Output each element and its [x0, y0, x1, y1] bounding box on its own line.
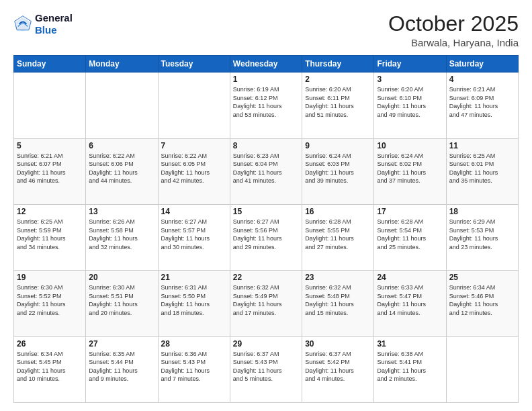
- day-info: Sunrise: 6:23 AM Sunset: 6:04 PM Dayligh…: [233, 152, 299, 185]
- day-info: Sunrise: 6:22 AM Sunset: 6:05 PM Dayligh…: [161, 152, 227, 185]
- day-info: Sunrise: 6:25 AM Sunset: 6:01 PM Dayligh…: [449, 152, 515, 185]
- calendar-cell: 18Sunrise: 6:29 AM Sunset: 5:53 PM Dayli…: [446, 204, 518, 270]
- calendar-week-4: 19Sunrise: 6:30 AM Sunset: 5:52 PM Dayli…: [14, 271, 519, 336]
- calendar-cell: 6Sunrise: 6:22 AM Sunset: 6:06 PM Daylig…: [86, 138, 158, 204]
- location-title: Barwala, Haryana, India: [388, 37, 519, 48]
- day-info: Sunrise: 6:24 AM Sunset: 6:03 PM Dayligh…: [305, 152, 371, 185]
- day-info: Sunrise: 6:25 AM Sunset: 5:59 PM Dayligh…: [17, 218, 83, 251]
- day-info: Sunrise: 6:30 AM Sunset: 5:51 PM Dayligh…: [89, 283, 154, 317]
- calendar-cell: 28Sunrise: 6:36 AM Sunset: 5:43 PM Dayli…: [158, 336, 230, 402]
- day-number: 13: [89, 207, 154, 216]
- calendar-header: SundayMondayTuesdayWednesdayThursdayFrid…: [14, 56, 519, 73]
- calendar-cell: 3Sunrise: 6:20 AM Sunset: 6:10 PM Daylig…: [374, 73, 446, 138]
- calendar-cell: 27Sunrise: 6:35 AM Sunset: 5:44 PM Dayli…: [86, 336, 158, 402]
- day-info: Sunrise: 6:36 AM Sunset: 5:43 PM Dayligh…: [161, 350, 227, 383]
- calendar-cell: 2Sunrise: 6:20 AM Sunset: 6:11 PM Daylig…: [302, 73, 374, 138]
- day-number: 20: [89, 273, 154, 282]
- day-info: Sunrise: 6:28 AM Sunset: 5:55 PM Dayligh…: [305, 218, 371, 251]
- calendar-cell: 7Sunrise: 6:22 AM Sunset: 6:05 PM Daylig…: [158, 138, 230, 204]
- calendar-cell: 26Sunrise: 6:34 AM Sunset: 5:45 PM Dayli…: [14, 336, 86, 402]
- logo: General Blue: [13, 12, 73, 36]
- calendar-cell: 10Sunrise: 6:24 AM Sunset: 6:02 PM Dayli…: [374, 138, 446, 204]
- calendar-cell: 11Sunrise: 6:25 AM Sunset: 6:01 PM Dayli…: [446, 138, 518, 204]
- day-number: 11: [449, 141, 515, 150]
- calendar-cell: [446, 336, 518, 402]
- calendar-cell: 14Sunrise: 6:27 AM Sunset: 5:57 PM Dayli…: [158, 204, 230, 270]
- calendar-cell: 9Sunrise: 6:24 AM Sunset: 6:03 PM Daylig…: [302, 138, 374, 204]
- calendar-cell: 17Sunrise: 6:28 AM Sunset: 5:54 PM Dayli…: [374, 204, 446, 270]
- weekday-header-tuesday: Tuesday: [158, 56, 230, 73]
- day-number: 3: [377, 75, 443, 84]
- calendar-week-5: 26Sunrise: 6:34 AM Sunset: 5:45 PM Dayli…: [14, 336, 519, 402]
- calendar-cell: 15Sunrise: 6:27 AM Sunset: 5:56 PM Dayli…: [230, 204, 302, 270]
- day-info: Sunrise: 6:26 AM Sunset: 5:58 PM Dayligh…: [89, 218, 154, 251]
- calendar-week-2: 5Sunrise: 6:21 AM Sunset: 6:07 PM Daylig…: [14, 138, 519, 204]
- calendar-cell: 25Sunrise: 6:34 AM Sunset: 5:46 PM Dayli…: [446, 271, 518, 336]
- calendar-week-3: 12Sunrise: 6:25 AM Sunset: 5:59 PM Dayli…: [14, 204, 519, 270]
- calendar-cell: [14, 73, 86, 138]
- day-info: Sunrise: 6:21 AM Sunset: 6:07 PM Dayligh…: [17, 152, 83, 185]
- logo-icon: [13, 15, 32, 34]
- header: General Blue October 2025 Barwala, Harya…: [13, 12, 519, 48]
- calendar-cell: 13Sunrise: 6:26 AM Sunset: 5:58 PM Dayli…: [86, 204, 158, 270]
- day-number: 4: [449, 75, 515, 84]
- title-block: October 2025 Barwala, Haryana, India: [388, 12, 519, 48]
- day-number: 9: [305, 141, 371, 150]
- calendar-cell: 1Sunrise: 6:19 AM Sunset: 6:12 PM Daylig…: [230, 73, 302, 138]
- calendar-cell: 31Sunrise: 6:38 AM Sunset: 5:41 PM Dayli…: [374, 336, 446, 402]
- day-number: 29: [233, 339, 299, 349]
- day-number: 16: [305, 207, 371, 216]
- calendar-week-1: 1Sunrise: 6:19 AM Sunset: 6:12 PM Daylig…: [14, 73, 519, 138]
- calendar-table: SundayMondayTuesdayWednesdayThursdayFrid…: [13, 55, 519, 403]
- day-info: Sunrise: 6:38 AM Sunset: 5:41 PM Dayligh…: [377, 350, 443, 383]
- day-number: 5: [17, 141, 83, 150]
- calendar-body: 1Sunrise: 6:19 AM Sunset: 6:12 PM Daylig…: [14, 73, 519, 403]
- day-number: 22: [233, 273, 299, 282]
- weekday-header-sunday: Sunday: [14, 56, 86, 73]
- day-info: Sunrise: 6:34 AM Sunset: 5:46 PM Dayligh…: [449, 283, 515, 317]
- day-info: Sunrise: 6:32 AM Sunset: 5:49 PM Dayligh…: [233, 283, 299, 317]
- day-info: Sunrise: 6:33 AM Sunset: 5:47 PM Dayligh…: [377, 283, 443, 317]
- calendar-cell: 29Sunrise: 6:37 AM Sunset: 5:43 PM Dayli…: [230, 336, 302, 402]
- day-info: Sunrise: 6:31 AM Sunset: 5:50 PM Dayligh…: [161, 283, 227, 317]
- day-number: 23: [305, 273, 371, 282]
- day-number: 31: [377, 339, 443, 349]
- day-info: Sunrise: 6:34 AM Sunset: 5:45 PM Dayligh…: [17, 350, 83, 383]
- calendar-cell: 30Sunrise: 6:37 AM Sunset: 5:42 PM Dayli…: [302, 336, 374, 402]
- day-number: 26: [17, 339, 83, 349]
- day-number: 14: [161, 207, 227, 216]
- day-info: Sunrise: 6:35 AM Sunset: 5:44 PM Dayligh…: [89, 350, 154, 383]
- day-number: 8: [233, 141, 299, 150]
- day-info: Sunrise: 6:37 AM Sunset: 5:42 PM Dayligh…: [305, 350, 371, 383]
- day-info: Sunrise: 6:20 AM Sunset: 6:11 PM Dayligh…: [305, 85, 371, 119]
- weekday-header-friday: Friday: [374, 56, 446, 73]
- calendar-cell: 20Sunrise: 6:30 AM Sunset: 5:51 PM Dayli…: [86, 271, 158, 336]
- day-info: Sunrise: 6:22 AM Sunset: 6:06 PM Dayligh…: [89, 152, 154, 185]
- day-number: 7: [161, 141, 227, 150]
- calendar-cell: 4Sunrise: 6:21 AM Sunset: 6:09 PM Daylig…: [446, 73, 518, 138]
- day-info: Sunrise: 6:27 AM Sunset: 5:56 PM Dayligh…: [233, 218, 299, 251]
- calendar-cell: 24Sunrise: 6:33 AM Sunset: 5:47 PM Dayli…: [374, 271, 446, 336]
- day-info: Sunrise: 6:37 AM Sunset: 5:43 PM Dayligh…: [233, 350, 299, 383]
- logo-line2: Blue: [35, 24, 73, 36]
- calendar-cell: 16Sunrise: 6:28 AM Sunset: 5:55 PM Dayli…: [302, 204, 374, 270]
- day-number: 2: [305, 75, 371, 84]
- day-number: 25: [449, 273, 515, 282]
- day-info: Sunrise: 6:24 AM Sunset: 6:02 PM Dayligh…: [377, 152, 443, 185]
- day-number: 21: [161, 273, 227, 282]
- day-number: 6: [89, 141, 154, 150]
- calendar-cell: 21Sunrise: 6:31 AM Sunset: 5:50 PM Dayli…: [158, 271, 230, 336]
- day-info: Sunrise: 6:29 AM Sunset: 5:53 PM Dayligh…: [449, 218, 515, 251]
- calendar-cell: [86, 73, 158, 138]
- day-number: 19: [17, 273, 83, 282]
- calendar-cell: 12Sunrise: 6:25 AM Sunset: 5:59 PM Dayli…: [14, 204, 86, 270]
- day-number: 27: [89, 339, 154, 349]
- day-info: Sunrise: 6:32 AM Sunset: 5:48 PM Dayligh…: [305, 283, 371, 317]
- month-title: October 2025: [388, 12, 519, 36]
- day-info: Sunrise: 6:19 AM Sunset: 6:12 PM Dayligh…: [233, 85, 299, 119]
- day-info: Sunrise: 6:30 AM Sunset: 5:52 PM Dayligh…: [17, 283, 83, 317]
- calendar-cell: [158, 73, 230, 138]
- weekday-header-thursday: Thursday: [302, 56, 374, 73]
- calendar-cell: 8Sunrise: 6:23 AM Sunset: 6:04 PM Daylig…: [230, 138, 302, 204]
- day-info: Sunrise: 6:28 AM Sunset: 5:54 PM Dayligh…: [377, 218, 443, 251]
